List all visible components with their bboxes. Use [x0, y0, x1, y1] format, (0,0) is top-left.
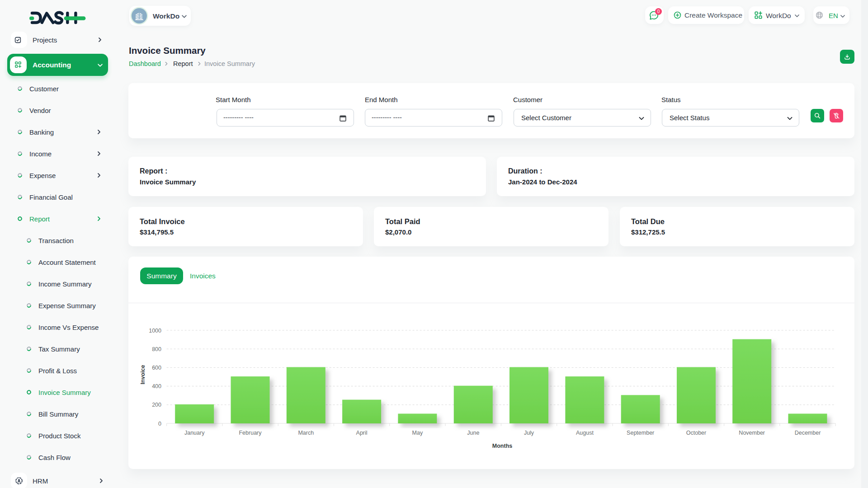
- svg-text:August: August: [576, 430, 594, 436]
- svg-text:Months: Months: [492, 443, 512, 449]
- svg-text:March: March: [298, 430, 314, 436]
- svg-text:Invoice: Invoice: [140, 365, 146, 384]
- svg-text:April: April: [356, 430, 368, 436]
- svg-text:600: 600: [152, 365, 161, 371]
- svg-text:200: 200: [152, 402, 161, 408]
- svg-text:July: July: [524, 430, 534, 436]
- svg-text:0: 0: [158, 421, 161, 427]
- svg-text:May: May: [412, 430, 423, 436]
- svg-text:800: 800: [152, 346, 161, 352]
- svg-text:400: 400: [152, 383, 161, 389]
- svg-text:January: January: [184, 430, 205, 436]
- svg-text:September: September: [627, 430, 654, 436]
- svg-text:February: February: [239, 430, 262, 436]
- svg-text:1000: 1000: [149, 328, 161, 334]
- svg-text:December: December: [795, 430, 821, 436]
- svg-text:November: November: [739, 430, 765, 436]
- svg-text:October: October: [686, 430, 706, 436]
- svg-text:June: June: [467, 430, 479, 436]
